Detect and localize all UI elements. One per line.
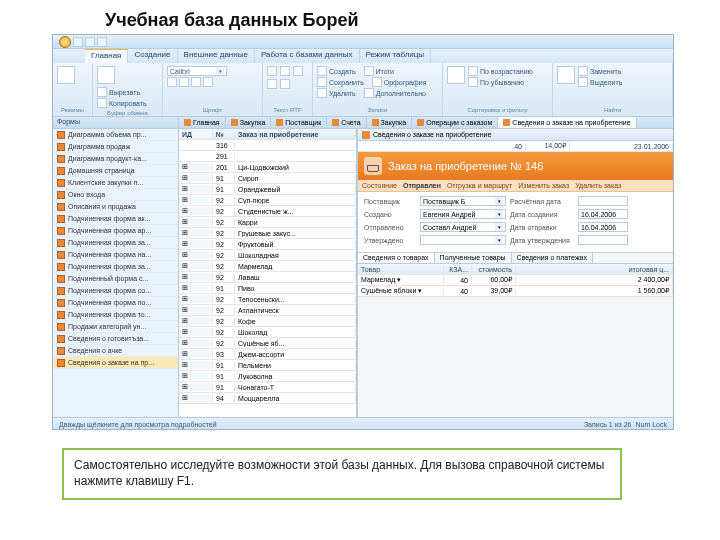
document-tab[interactable]: Операции с заказом bbox=[412, 117, 498, 128]
table-row[interactable]: ⊞92Суп-пюре bbox=[179, 195, 356, 206]
align-right-icon[interactable] bbox=[293, 66, 303, 76]
nav-item[interactable]: Домашняя страница bbox=[53, 165, 178, 177]
nav-item[interactable]: Клиентские закупки п... bbox=[53, 177, 178, 189]
nav-item[interactable]: Сведения о готовитъза... bbox=[53, 333, 178, 345]
subtab-received[interactable]: Полученные товары bbox=[435, 253, 512, 263]
subtab-products[interactable]: Сведения о товарах bbox=[358, 253, 435, 263]
align-center-icon[interactable] bbox=[280, 66, 290, 76]
tb-edit-button[interactable]: Изменить заказ bbox=[518, 182, 569, 189]
table-row[interactable]: ⊞91Оранджевый bbox=[179, 184, 356, 195]
dappr-input[interactable] bbox=[578, 235, 628, 245]
record-navigator[interactable]: Запись 1 из 26 bbox=[584, 421, 632, 428]
table-row[interactable]: ⊞92Шоколадная bbox=[179, 250, 356, 261]
document-tab[interactable]: Сведения о заказе на приобретение bbox=[498, 117, 636, 128]
supplier-select[interactable]: Поставщик Б▾ bbox=[420, 196, 506, 206]
goto-icon[interactable] bbox=[578, 77, 588, 87]
fontcolor-icon[interactable] bbox=[203, 77, 213, 87]
table-row[interactable]: 316 bbox=[179, 140, 356, 151]
table-row[interactable]: ⊞92Тепосеньски... bbox=[179, 294, 356, 305]
nav-item[interactable]: Подчиненная форма со... bbox=[53, 285, 178, 297]
nav-item[interactable]: Подчиненная форма за... bbox=[53, 261, 178, 273]
nav-item[interactable]: Диаграмма продукт-ка... bbox=[53, 153, 178, 165]
document-tab[interactable]: Главная bbox=[179, 117, 226, 128]
ribbon-tab-datasheet[interactable]: Режим таблицы bbox=[360, 49, 432, 63]
delete-icon[interactable] bbox=[317, 88, 327, 98]
nav-item[interactable]: Подчиненная форма ак... bbox=[53, 213, 178, 225]
datasheet-grid[interactable]: ИД № Заказ на приобретение 316291⊞201Ци-… bbox=[179, 129, 357, 417]
nav-item[interactable]: Подчиненная форма ар... bbox=[53, 225, 178, 237]
table-row[interactable]: 291 bbox=[179, 151, 356, 162]
find-icon[interactable] bbox=[557, 66, 575, 84]
bold-icon[interactable] bbox=[167, 77, 177, 87]
document-tab[interactable]: Закупка bbox=[367, 117, 413, 128]
qat-undo-icon[interactable] bbox=[85, 37, 95, 47]
nav-item[interactable]: Подчиненный форма с... bbox=[53, 273, 178, 285]
table-row[interactable]: ⊞92Грушевые закус... bbox=[179, 228, 356, 239]
italic-icon[interactable] bbox=[179, 77, 189, 87]
dcreate-input[interactable]: 16.04.2006 bbox=[578, 209, 628, 219]
qat-redo-icon[interactable] bbox=[97, 37, 107, 47]
approved-select[interactable]: ▾ bbox=[420, 235, 506, 245]
dsent-input[interactable]: 16.04.2006 bbox=[578, 222, 628, 232]
products-subform[interactable]: Товар КЗА... стоимость итоговая ц... Мар… bbox=[358, 264, 673, 297]
table-row[interactable]: ⊞92Кофе bbox=[179, 316, 356, 327]
document-tab[interactable]: Поставщик bbox=[271, 117, 327, 128]
document-tab[interactable]: Закупка bbox=[226, 117, 272, 128]
qat-save-icon[interactable] bbox=[73, 37, 83, 47]
chevron-down-icon[interactable]: ▾ bbox=[495, 197, 503, 205]
nav-item[interactable]: Подчиненная форма то... bbox=[53, 309, 178, 321]
table-row[interactable]: ⊞91Пельмени bbox=[179, 360, 356, 371]
nav-item[interactable]: Диаграмма объема пр... bbox=[53, 129, 178, 141]
paste-icon[interactable] bbox=[97, 66, 115, 84]
tb-delete-button[interactable]: Удалить заказ bbox=[575, 182, 621, 189]
ribbon-tab-external[interactable]: Внешние данные bbox=[178, 49, 255, 63]
table-row[interactable]: ⊞92Лаваш bbox=[179, 272, 356, 283]
nav-item[interactable]: Окно входа bbox=[53, 189, 178, 201]
list-item[interactable]: Мармелад ▾4060,00₽2 400,00₽ bbox=[358, 275, 673, 286]
sort-desc-icon[interactable] bbox=[468, 77, 478, 87]
table-row[interactable]: ⊞94Моццарелла bbox=[179, 393, 356, 404]
table-row[interactable]: ⊞92Сушёные яб... bbox=[179, 338, 356, 349]
view-icon[interactable] bbox=[57, 66, 75, 84]
nav-item[interactable]: Сведения о ачке bbox=[53, 345, 178, 357]
office-orb[interactable] bbox=[59, 36, 71, 48]
copy-icon[interactable] bbox=[97, 98, 107, 108]
table-row[interactable]: ⊞92Карри bbox=[179, 217, 356, 228]
filter-icon[interactable] bbox=[447, 66, 465, 84]
table-row[interactable]: ⊞92Мармелад bbox=[179, 261, 356, 272]
replace-icon[interactable] bbox=[578, 66, 588, 76]
subtab-payments[interactable]: Сведения о платежах bbox=[512, 253, 593, 263]
table-row[interactable]: ⊞92Шоколад bbox=[179, 327, 356, 338]
new-icon[interactable] bbox=[317, 66, 327, 76]
sent-select[interactable]: Составл Андрей▾ bbox=[420, 222, 506, 232]
table-row[interactable]: ⊞92Студенистые ж... bbox=[179, 206, 356, 217]
numbering-icon[interactable] bbox=[267, 79, 277, 89]
list-item[interactable]: Сушёные яблоки ▾4039,00₽1 560,00₽ bbox=[358, 286, 673, 297]
table-row[interactable]: ⊞91Сироп bbox=[179, 173, 356, 184]
nav-item[interactable]: Подчиненная форма за... bbox=[53, 237, 178, 249]
table-row[interactable]: ⊞93Джем-ассорти bbox=[179, 349, 356, 360]
more-icon[interactable] bbox=[364, 88, 374, 98]
created-select[interactable]: Евгения Андрей▾ bbox=[420, 209, 506, 219]
ribbon-tab-dbtools[interactable]: Работа с базами данных bbox=[255, 49, 360, 63]
ribbon-tab-create[interactable]: Создание bbox=[128, 49, 177, 63]
table-row[interactable]: ⊞91Чонагато-Т bbox=[179, 382, 356, 393]
nav-item[interactable]: Диаграмма продаж bbox=[53, 141, 178, 153]
spelling-icon[interactable] bbox=[372, 77, 382, 87]
tb-shipping-button[interactable]: Отгрузка и маршрут bbox=[447, 182, 512, 189]
due-date-input[interactable] bbox=[578, 196, 628, 206]
font-name-select[interactable]: Calibri▾ bbox=[167, 66, 227, 76]
bullets-icon[interactable] bbox=[280, 79, 290, 89]
nav-item[interactable]: Подчиненная форма на... bbox=[53, 249, 178, 261]
ribbon-tab-home[interactable]: Главная bbox=[85, 49, 128, 63]
totals-icon[interactable] bbox=[364, 66, 374, 76]
document-tab[interactable]: Счета bbox=[327, 117, 366, 128]
align-left-icon[interactable] bbox=[267, 66, 277, 76]
nav-item[interactable]: Описания и продажа bbox=[53, 201, 178, 213]
table-row[interactable]: ⊞91Пиво bbox=[179, 283, 356, 294]
nav-item[interactable]: Продажи категорий ун... bbox=[53, 321, 178, 333]
save-icon[interactable] bbox=[317, 77, 327, 87]
table-row[interactable]: ⊞201Ци-Цодвожский bbox=[179, 162, 356, 173]
sort-asc-icon[interactable] bbox=[468, 66, 478, 76]
nav-item[interactable]: Подчиненная форма по... bbox=[53, 297, 178, 309]
